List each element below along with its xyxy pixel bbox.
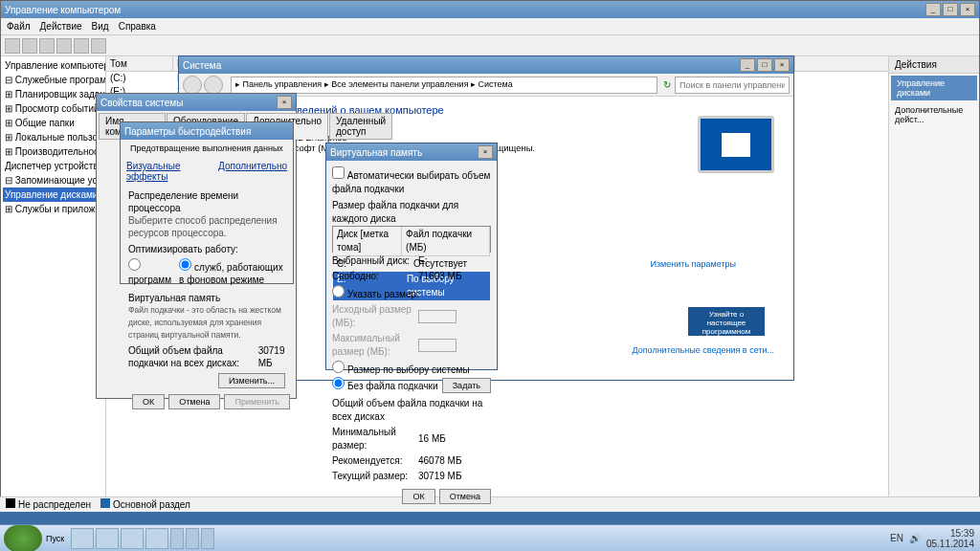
tree-services[interactable]: ⊞ Службы и приложения bbox=[3, 202, 103, 216]
online-info-link[interactable]: Дополнительные сведения в сети... bbox=[633, 345, 775, 355]
legend-primary-icon bbox=[100, 498, 110, 508]
nav-fwd-icon[interactable] bbox=[204, 76, 223, 95]
tree-users[interactable]: ⊞ Локальные пользовате bbox=[3, 130, 103, 144]
tab-advanced[interactable]: Дополнительно bbox=[218, 161, 287, 182]
mmc-menubar: Файл Действие Вид Справка bbox=[1, 18, 979, 35]
change-button[interactable]: Изменить... bbox=[218, 373, 285, 388]
start-button[interactable] bbox=[4, 525, 42, 552]
system-titlebar[interactable]: Система _ □ × bbox=[179, 56, 793, 74]
quicklaunch-icon[interactable] bbox=[71, 528, 94, 549]
col-volume[interactable]: Том bbox=[106, 56, 173, 71]
actions-diskmgmt[interactable]: Управление дисками bbox=[891, 76, 977, 100]
vm-titlebar[interactable]: Виртуальная память × bbox=[326, 143, 497, 161]
tree-eventvwr[interactable]: ⊞ Просмотр событий bbox=[3, 101, 103, 116]
refresh-icon[interactable] bbox=[56, 38, 72, 54]
tree-storage[interactable]: ⊟ Запоминающие устройс bbox=[3, 173, 103, 187]
tree-systools[interactable]: ⊟ Служебные программы bbox=[3, 73, 103, 87]
refresh-icon[interactable]: ↻ bbox=[663, 79, 671, 90]
menu-file[interactable]: Файл bbox=[7, 21, 31, 32]
taskbar: Пуск EN 🔊 15:39 05.11.2014 bbox=[0, 524, 980, 551]
menu-action[interactable]: Действие bbox=[40, 21, 82, 32]
mmc-titlebar[interactable]: Управление компьютером _ □ × bbox=[1, 1, 979, 18]
mmc-toolbar bbox=[1, 35, 979, 56]
maximize-button[interactable]: □ bbox=[943, 3, 958, 16]
ok-button[interactable]: ОК bbox=[132, 394, 165, 409]
taskbar-task[interactable] bbox=[170, 528, 184, 549]
taskbar-task[interactable] bbox=[186, 528, 199, 549]
actions-title: Действия bbox=[889, 56, 979, 74]
performance-options-dialog: Параметры быстродействия Предотвращение … bbox=[120, 121, 294, 284]
back-icon[interactable] bbox=[5, 38, 20, 54]
address-bar[interactable]: ▸ Панель управления ▸ Все элементы панел… bbox=[231, 77, 657, 94]
search-input[interactable] bbox=[675, 77, 790, 94]
minimize-button[interactable]: _ bbox=[740, 58, 755, 72]
menu-help[interactable]: Справка bbox=[119, 21, 156, 32]
taskbar-task[interactable] bbox=[201, 528, 214, 549]
system-tray[interactable]: EN 🔊 15:39 05.11.2014 bbox=[884, 528, 980, 549]
initial-size-input bbox=[418, 310, 457, 323]
minimize-button[interactable]: _ bbox=[925, 3, 941, 16]
max-size-input bbox=[418, 339, 457, 352]
virtual-memory-dialog: Виртуальная память × Автоматически выбир… bbox=[325, 143, 498, 370]
tree-shared[interactable]: ⊞ Общие папки bbox=[3, 116, 103, 130]
help-icon[interactable] bbox=[91, 38, 106, 54]
radio-programs[interactable]: программ bbox=[128, 258, 171, 286]
radio-system[interactable]: Размер по выбору системы bbox=[332, 364, 470, 375]
change-settings-link[interactable]: Изменить параметры bbox=[651, 259, 736, 269]
vm-header: Виртуальная память bbox=[128, 292, 285, 304]
tree-diskmgmt[interactable]: Управление дисками bbox=[3, 187, 103, 202]
sched-header: Распределение времени процессора bbox=[128, 189, 285, 214]
cancel-button[interactable]: Отмена bbox=[168, 394, 220, 409]
actions-pane: Действия Управление дисками Дополнительн… bbox=[888, 56, 979, 511]
quicklaunch-icon[interactable] bbox=[96, 528, 119, 549]
nav-back-icon[interactable] bbox=[183, 76, 202, 95]
dep-header: Предотвращение выполнения данных bbox=[121, 140, 293, 157]
set-button[interactable]: Задать bbox=[442, 378, 491, 393]
drive-list[interactable]: Диск [метка тома] Файл подкачки (МБ) C: … bbox=[332, 226, 491, 253]
apply-button[interactable]: Применить bbox=[224, 394, 290, 409]
tree-devmgr[interactable]: Диспетчер устройств bbox=[3, 159, 103, 173]
windows-logo-icon bbox=[698, 116, 774, 173]
tab-remote[interactable]: Удаленный доступ bbox=[329, 113, 392, 140]
menu-view[interactable]: Вид bbox=[92, 21, 109, 32]
tree-root[interactable]: Управление компьютером (лок bbox=[3, 58, 103, 73]
close-button[interactable]: × bbox=[774, 58, 790, 72]
genuine-badge: Узнайте о настоящее программном обеспече… bbox=[688, 307, 765, 336]
forward-icon[interactable] bbox=[22, 38, 37, 54]
maximize-button[interactable]: □ bbox=[757, 58, 772, 72]
clock-time[interactable]: 15:39 bbox=[926, 528, 974, 539]
lang-indicator[interactable]: EN bbox=[890, 533, 903, 543]
system-title: Система bbox=[183, 60, 221, 71]
close-button[interactable]: × bbox=[277, 96, 292, 109]
mmc-tree[interactable]: Управление компьютером (лок ⊟ Служебные … bbox=[1, 56, 106, 511]
mmc-title: Управление компьютером bbox=[5, 5, 121, 15]
cancel-button[interactable]: Отмена bbox=[439, 489, 491, 504]
tray-icon[interactable]: 🔊 bbox=[909, 533, 921, 543]
quicklaunch-icon[interactable] bbox=[145, 528, 168, 549]
up-icon[interactable] bbox=[39, 38, 55, 54]
sysprops-titlebar[interactable]: Свойства системы × bbox=[97, 94, 296, 111]
radio-custom[interactable]: Указать размер: bbox=[332, 289, 419, 299]
close-button[interactable]: × bbox=[478, 145, 493, 159]
close-button[interactable]: × bbox=[960, 3, 975, 16]
props-icon[interactable] bbox=[74, 38, 89, 54]
radio-none[interactable]: Без файла подкачки bbox=[332, 377, 438, 393]
actions-more[interactable]: Дополнительные дейст... bbox=[889, 102, 979, 127]
tab-visual[interactable]: Визуальные эффекты bbox=[126, 161, 209, 182]
start-label: Пуск bbox=[46, 534, 64, 543]
quicklaunch-icon[interactable] bbox=[121, 528, 144, 549]
clock-date[interactable]: 05.11.2014 bbox=[926, 539, 974, 549]
tree-perf[interactable]: ⊞ Производительность bbox=[3, 144, 103, 159]
perf-titlebar[interactable]: Параметры быстродействия bbox=[121, 122, 293, 140]
legend-unalloc-icon bbox=[6, 498, 15, 508]
tree-scheduler[interactable]: ⊞ Планировщик заданий bbox=[3, 87, 103, 101]
auto-checkbox[interactable]: Автоматически выбирать объем файла подка… bbox=[332, 170, 490, 194]
ok-button[interactable]: ОК bbox=[402, 489, 434, 504]
desktop[interactable] bbox=[0, 512, 980, 524]
radio-services[interactable]: служб, работающих в фоновом режиме bbox=[179, 258, 285, 286]
